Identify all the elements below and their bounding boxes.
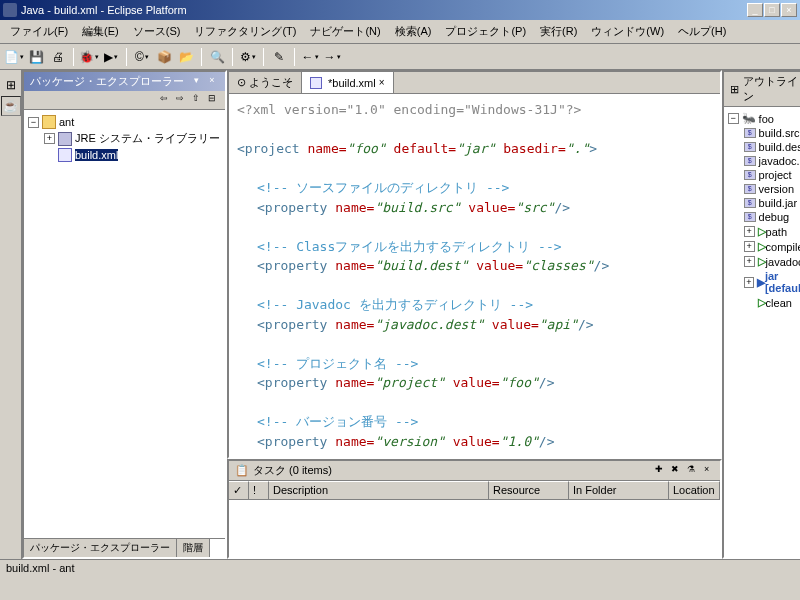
target-icon: ▷ bbox=[758, 225, 766, 238]
outline-target[interactable]: +▷ path bbox=[744, 224, 800, 239]
comment: <!-- Javadoc を出力するディレクトリ --> bbox=[257, 295, 712, 315]
explorer-menu-button[interactable]: ▾ bbox=[189, 75, 203, 89]
expand-icon[interactable]: + bbox=[744, 226, 755, 237]
run-button[interactable]: ▶▾ bbox=[101, 47, 121, 67]
ant-file-icon bbox=[310, 77, 322, 89]
target-icon: ▷ bbox=[758, 296, 766, 309]
tasks-header: 📋 タスク (0 items) ✚ ✖ ⚗ × bbox=[229, 461, 720, 481]
explorer-tab-package[interactable]: パッケージ・エクスプローラー bbox=[24, 539, 177, 557]
outline-property[interactable]: $project bbox=[744, 168, 800, 182]
outline-default-target[interactable]: +▶ jar [default] bbox=[744, 269, 800, 295]
back-button[interactable]: ←▾ bbox=[300, 47, 320, 67]
open-perspective-button[interactable]: ⊞ bbox=[1, 75, 21, 95]
close-button[interactable]: × bbox=[781, 3, 797, 17]
col-priority[interactable]: ! bbox=[249, 481, 269, 499]
back-nav-button[interactable]: ⇦ bbox=[157, 93, 171, 107]
expand-icon[interactable]: + bbox=[44, 133, 55, 144]
menu-refactor[interactable]: リファクタリング(T) bbox=[188, 22, 302, 41]
last-edit-button[interactable]: ✎ bbox=[269, 47, 289, 67]
tree-lib[interactable]: + JRE システム・ライブラリー bbox=[44, 130, 221, 147]
property-tag: <property name="version" value="1.0"/> bbox=[257, 432, 712, 452]
outline-property[interactable]: $version bbox=[744, 182, 800, 196]
expand-icon[interactable]: + bbox=[744, 256, 755, 267]
java-perspective-button[interactable]: ☕ bbox=[1, 96, 21, 116]
forward-nav-button[interactable]: ⇨ bbox=[173, 93, 187, 107]
menu-edit[interactable]: 編集(E) bbox=[76, 22, 125, 41]
outline-target[interactable]: ▷ clean bbox=[744, 295, 800, 310]
outline-icon: ⊞ bbox=[730, 83, 739, 96]
property-tag: <property name="project" value="foo"/> bbox=[257, 373, 712, 393]
outline-header: ⊞ アウトライン × bbox=[724, 72, 800, 107]
menu-run[interactable]: 実行(R) bbox=[534, 22, 583, 41]
property-icon: $ bbox=[744, 184, 756, 194]
outline-property[interactable]: $debug bbox=[744, 210, 800, 224]
editor-content[interactable]: <?xml version="1.0" encoding="Windows-31… bbox=[229, 94, 720, 457]
outline-target[interactable]: +▷ javadoc bbox=[744, 254, 800, 269]
col-folder[interactable]: In Folder bbox=[569, 481, 669, 499]
property-icon: $ bbox=[744, 128, 756, 138]
col-check[interactable]: ✓ bbox=[229, 481, 249, 499]
search-button[interactable]: 🔍 bbox=[207, 47, 227, 67]
col-location[interactable]: Location bbox=[669, 481, 720, 499]
project-tag: <project name="foo" default="jar" basedi… bbox=[237, 139, 712, 159]
property-icon: $ bbox=[744, 170, 756, 180]
outline-property[interactable]: $build.dest bbox=[744, 140, 800, 154]
tasks-table[interactable]: ✓ ! Description Resource In Folder Locat… bbox=[229, 481, 720, 557]
expand-icon[interactable]: − bbox=[728, 113, 739, 124]
tasks-delete-button[interactable]: ✖ bbox=[668, 464, 682, 478]
print-button[interactable]: 🖨 bbox=[48, 47, 68, 67]
collapse-all-button[interactable]: ⊟ bbox=[205, 93, 219, 107]
property-icon: $ bbox=[744, 198, 756, 208]
menu-navigate[interactable]: ナビゲート(N) bbox=[304, 22, 386, 41]
tree-file-buildxml[interactable]: build.xml bbox=[44, 147, 221, 163]
explorer-title: パッケージ・エクスプローラー bbox=[30, 74, 189, 89]
open-type-button[interactable]: 📂 bbox=[176, 47, 196, 67]
outline-tree[interactable]: − 🐜 foo $build.src$build.dest$javadoc.de… bbox=[724, 107, 800, 557]
editor-tab-buildxml[interactable]: *build.xml × bbox=[302, 72, 394, 93]
editor-tab-welcome[interactable]: ⊙ ようこそ bbox=[229, 72, 302, 93]
minimize-button[interactable]: _ bbox=[747, 3, 763, 17]
tasks-close-button[interactable]: × bbox=[700, 464, 714, 478]
tab-close-button[interactable]: × bbox=[379, 77, 385, 88]
debug-button[interactable]: 🐞▾ bbox=[79, 47, 99, 67]
new-package-button[interactable]: 📦 bbox=[154, 47, 174, 67]
explorer-tab-hierarchy[interactable]: 階層 bbox=[177, 539, 210, 557]
expand-icon[interactable]: − bbox=[28, 117, 39, 128]
tasks-add-button[interactable]: ✚ bbox=[652, 464, 666, 478]
outline-property[interactable]: $build.src bbox=[744, 126, 800, 140]
comment: <!-- ソースファイルのディレクトリ --> bbox=[257, 178, 712, 198]
col-description[interactable]: Description bbox=[269, 481, 489, 499]
menu-search[interactable]: 検索(A) bbox=[389, 22, 438, 41]
external-tools-button[interactable]: ⚙▾ bbox=[238, 47, 258, 67]
menu-source[interactable]: ソース(S) bbox=[127, 22, 187, 41]
target-icon: ▷ bbox=[758, 255, 766, 268]
tasks-icon: 📋 bbox=[235, 464, 249, 477]
status-text: build.xml - ant bbox=[6, 562, 74, 574]
expand-icon[interactable]: + bbox=[744, 241, 755, 252]
forward-button[interactable]: →▾ bbox=[322, 47, 342, 67]
menubar: ファイル(F) 編集(E) ソース(S) リファクタリング(T) ナビゲート(N… bbox=[0, 20, 800, 44]
tasks-title: タスク (0 items) bbox=[253, 463, 652, 478]
expand-icon[interactable]: + bbox=[744, 277, 754, 288]
save-button[interactable]: 💾 bbox=[26, 47, 46, 67]
up-nav-button[interactable]: ⇧ bbox=[189, 93, 203, 107]
col-resource[interactable]: Resource bbox=[489, 481, 569, 499]
tasks-filter-button[interactable]: ⚗ bbox=[684, 464, 698, 478]
outline-root[interactable]: − 🐜 foo bbox=[728, 111, 800, 126]
new-button[interactable]: 📄▾ bbox=[4, 47, 24, 67]
menu-project[interactable]: プロジェクト(P) bbox=[439, 22, 532, 41]
maximize-button[interactable]: □ bbox=[764, 3, 780, 17]
outline-target[interactable]: +▷ compile bbox=[744, 239, 800, 254]
menu-window[interactable]: ウィンドウ(W) bbox=[585, 22, 670, 41]
menu-help[interactable]: ヘルプ(H) bbox=[672, 22, 732, 41]
toolbar: 📄▾ 💾 🖨 🐞▾ ▶▾ ©▾ 📦 📂 🔍 ⚙▾ ✎ ←▾ →▾ bbox=[0, 44, 800, 70]
new-class-button[interactable]: ©▾ bbox=[132, 47, 152, 67]
perspective-bar: ⊞ ☕ bbox=[0, 70, 22, 559]
explorer-close-button[interactable]: × bbox=[205, 75, 219, 89]
outline-title: アウトライン bbox=[743, 74, 800, 104]
outline-property[interactable]: $javadoc.dest bbox=[744, 154, 800, 168]
tree-project[interactable]: − ant bbox=[28, 114, 221, 130]
menu-file[interactable]: ファイル(F) bbox=[4, 22, 74, 41]
explorer-tree[interactable]: − ant + JRE システム・ライブラリー build.xml bbox=[24, 110, 225, 538]
outline-property[interactable]: $build.jar bbox=[744, 196, 800, 210]
